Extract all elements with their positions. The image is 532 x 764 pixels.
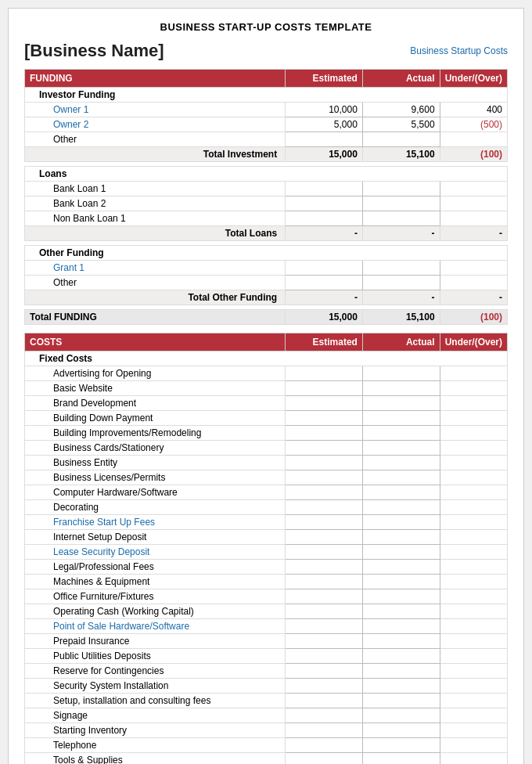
table-row: Setup, installation and consulting fees [25, 694, 508, 708]
cost-office-furniture-actual[interactable] [362, 589, 440, 604]
cost-legal-fees: Legal/Professional Fees [25, 560, 286, 575]
cost-machines-equipment-actual[interactable] [362, 575, 440, 589]
cost-security-system-actual[interactable] [362, 679, 440, 694]
cost-business-licenses: Business Licenses/Permits [25, 470, 286, 485]
cost-building-improvements-actual[interactable] [362, 426, 440, 441]
cost-signage-estimated[interactable] [286, 708, 363, 723]
total-funding-actual: 15,100 [362, 310, 440, 325]
other-funding-estimated[interactable] [286, 276, 363, 290]
cost-telephone-actual[interactable] [362, 738, 440, 753]
other-investor-actual[interactable] [362, 132, 440, 147]
cost-public-utilities-estimated[interactable] [286, 649, 363, 664]
cost-basic-website-estimated[interactable] [286, 381, 363, 396]
bank-loan1-estimated[interactable] [286, 182, 363, 196]
cost-starting-inventory-actual[interactable] [362, 723, 440, 738]
cost-prepaid-insurance-actual[interactable] [362, 634, 440, 649]
cost-machines-equipment-under [440, 575, 507, 589]
other-funding-under [440, 276, 507, 290]
cost-computer-hardware-estimated[interactable] [286, 485, 363, 500]
table-row: Machines & Equipment [25, 575, 508, 589]
cost-business-licenses-under [440, 470, 507, 485]
cost-business-licenses-estimated[interactable] [286, 470, 363, 485]
cost-business-entity-actual[interactable] [362, 456, 440, 470]
owner1-under: 400 [440, 103, 507, 117]
cost-advertising-actual[interactable] [362, 366, 440, 381]
total-investment-estimated: 15,000 [286, 147, 363, 162]
cost-franchise-fees-estimated[interactable] [286, 515, 363, 530]
cost-lease-security-actual[interactable] [362, 545, 440, 560]
other-funding-label: Other Funding [25, 246, 508, 261]
non-bank-loan1-estimated[interactable] [286, 211, 363, 226]
cost-security-system-estimated[interactable] [286, 679, 363, 694]
startup-costs-link[interactable]: Business Startup Costs [410, 45, 508, 56]
table-row: Building Improvements/Remodeling [25, 426, 508, 441]
cost-decorating-actual[interactable] [362, 500, 440, 515]
cost-internet-setup-estimated[interactable] [286, 530, 363, 545]
cost-legal-fees-actual[interactable] [362, 560, 440, 575]
cost-operating-cash-estimated[interactable] [286, 604, 363, 619]
cost-security-system-under [440, 679, 507, 694]
other-funding-actual[interactable] [362, 276, 440, 290]
cost-tools-supplies-estimated[interactable] [286, 753, 363, 765]
cost-prepaid-insurance: Prepaid Insurance [25, 634, 286, 649]
funding-col-under: Under/(Over) [440, 70, 507, 88]
cost-internet-setup-actual[interactable] [362, 530, 440, 545]
cost-reserve-contingencies-actual[interactable] [362, 664, 440, 679]
cost-business-cards-actual[interactable] [362, 441, 440, 456]
cost-pos-hardware-estimated[interactable] [286, 619, 363, 634]
table-row: Business Licenses/Permits [25, 470, 508, 485]
cost-basic-website-actual[interactable] [362, 381, 440, 396]
cost-starting-inventory-estimated[interactable] [286, 723, 363, 738]
non-bank-loan1-actual[interactable] [362, 211, 440, 226]
total-loans-label: Total Loans [25, 226, 286, 241]
cost-building-down-payment-actual[interactable] [362, 411, 440, 426]
cost-building-down-payment-estimated[interactable] [286, 411, 363, 426]
cost-prepaid-insurance-estimated[interactable] [286, 634, 363, 649]
cost-telephone-estimated[interactable] [286, 738, 363, 753]
table-row: Public Utilities Deposits [25, 649, 508, 664]
cost-business-cards-estimated[interactable] [286, 441, 363, 456]
fixed-costs-label-row: Fixed Costs [25, 351, 508, 366]
bank-loan1-actual[interactable] [362, 182, 440, 196]
cost-signage-actual[interactable] [362, 708, 440, 723]
cost-setup-consulting-actual[interactable] [362, 694, 440, 708]
cost-building-improvements-estimated[interactable] [286, 426, 363, 441]
cost-brand-dev-estimated[interactable] [286, 396, 363, 411]
cost-reserve-contingencies-estimated[interactable] [286, 664, 363, 679]
cost-prepaid-insurance-under [440, 634, 507, 649]
cost-setup-consulting-estimated[interactable] [286, 694, 363, 708]
cost-machines-equipment-estimated[interactable] [286, 575, 363, 589]
cost-advertising-estimated[interactable] [286, 366, 363, 381]
grant1-actual[interactable] [362, 261, 440, 276]
cost-brand-dev-actual[interactable] [362, 396, 440, 411]
bank-loan2-actual[interactable] [362, 196, 440, 211]
table-row: Internet Setup Deposit [25, 530, 508, 545]
owner1-actual[interactable]: 9,600 [362, 103, 440, 117]
owner2-estimated[interactable]: 5,000 [286, 117, 363, 132]
cost-public-utilities-actual[interactable] [362, 649, 440, 664]
cost-pos-hardware-actual[interactable] [362, 619, 440, 634]
owner2-actual[interactable]: 5,500 [362, 117, 440, 132]
cost-franchise-fees-actual[interactable] [362, 515, 440, 530]
cost-tools-supplies-under [440, 753, 507, 765]
cost-operating-cash-actual[interactable] [362, 604, 440, 619]
total-investment-label: Total Investment [25, 147, 286, 162]
other-investor-estimated[interactable] [286, 132, 363, 147]
cost-decorating-estimated[interactable] [286, 500, 363, 515]
cost-office-furniture-estimated[interactable] [286, 589, 363, 604]
loans-label: Loans [25, 167, 508, 182]
table-row: Brand Development [25, 396, 508, 411]
grant1-estimated[interactable] [286, 261, 363, 276]
cost-business-entity-estimated[interactable] [286, 456, 363, 470]
bank-loan2-estimated[interactable] [286, 196, 363, 211]
cost-business-licenses-actual[interactable] [362, 470, 440, 485]
cost-public-utilities-under [440, 649, 507, 664]
cost-tools-supplies-actual[interactable] [362, 753, 440, 765]
loans-label-row: Loans [25, 167, 508, 182]
cost-lease-security-estimated[interactable] [286, 545, 363, 560]
cost-legal-fees-estimated[interactable] [286, 560, 363, 575]
cost-business-entity-under [440, 456, 507, 470]
table-row: Signage [25, 708, 508, 723]
owner1-estimated[interactable]: 10,000 [286, 103, 363, 117]
cost-computer-hardware-actual[interactable] [362, 485, 440, 500]
